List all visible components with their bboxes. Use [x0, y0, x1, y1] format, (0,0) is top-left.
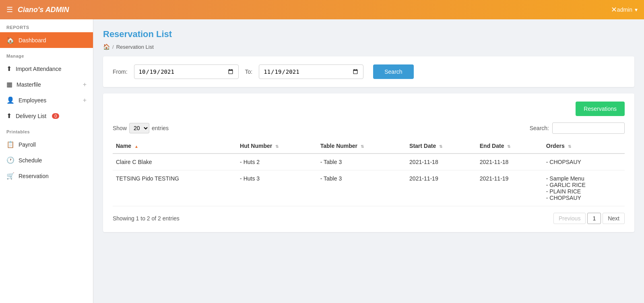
cell-end-date: 2021-11-19 [477, 170, 543, 206]
sidebar: REPORTS 🏠 Dashboard Manage ⬆ Import Atte… [0, 19, 93, 303]
sort-icon: ⇅ [361, 144, 364, 149]
next-page-button[interactable]: Next [603, 213, 625, 224]
sidebar-item-label: Employees [19, 97, 46, 104]
sidebar-item-label: Reservation [19, 173, 49, 179]
brand-logo: Ciano's ADMIN [18, 6, 611, 14]
breadcrumb-separator: / [112, 44, 114, 50]
filter-card: From: To: Search [103, 56, 634, 87]
pagination-bar: Showing 1 to 2 of 2 entries Previous 1 N… [113, 213, 625, 224]
printables-section-label: Printables [0, 124, 93, 137]
to-label: To: [245, 68, 253, 75]
clock-icon: 🕐 [6, 156, 14, 164]
cell-hut-number: - Huts 2 [237, 154, 317, 170]
breadcrumb: 🏠 / Reservation List [103, 44, 634, 50]
sidebar-item-label: Dashboard [19, 37, 46, 44]
col-name[interactable]: Name ▲ [113, 139, 237, 154]
sidebar-item-employees[interactable]: 👤 Employees + [0, 92, 93, 108]
cell-orders: - CHOPSAUY [543, 154, 625, 170]
previous-page-button[interactable]: Previous [553, 213, 586, 224]
search-label: Search: [530, 125, 549, 131]
plus-icon: + [83, 97, 87, 104]
reports-section-label: REPORTS [0, 19, 93, 32]
upload-icon: ⬆ [6, 112, 12, 120]
search-button[interactable]: Search [373, 64, 413, 79]
table-controls: Show 20 10 50 entries Search: [113, 122, 625, 134]
sidebar-item-label: Delivery List [16, 113, 46, 119]
table-search-control: Search: [530, 122, 625, 134]
cell-name: TETSING Pido TESTING [113, 170, 237, 206]
sidebar-item-dashboard[interactable]: 🏠 Dashboard [0, 32, 93, 48]
entries-per-page-select[interactable]: 20 10 50 [129, 123, 149, 133]
breadcrumb-current: Reservation List [116, 44, 154, 50]
page-title: Reservation List [103, 29, 634, 39]
table-header-row: Name ▲ Hut Number ⇅ Table Number ⇅ Sta [113, 139, 625, 154]
list-icon: 📋 [6, 141, 14, 148]
cell-table-number: - Table 3 [317, 154, 406, 170]
cell-name: Claire C Blake [113, 154, 237, 170]
sort-icon: ⇅ [568, 144, 571, 149]
table-row: Claire C Blake - Huts 2 - Table 3 2021-1… [113, 154, 625, 170]
sidebar-item-label: Schedule [19, 157, 42, 164]
sidebar-item-label: Payroll [19, 141, 36, 148]
cart-icon: 🛒 [6, 172, 14, 180]
col-start-date[interactable]: Start Date ⇅ [406, 139, 477, 154]
cell-hut-number: - Huts 3 [237, 170, 317, 206]
home-breadcrumb-icon[interactable]: 🏠 [103, 44, 110, 50]
grid-icon: ▦ [6, 81, 12, 88]
sort-icon: ⇅ [507, 144, 510, 149]
sort-icon: ⇅ [439, 144, 442, 149]
table-top-actions: Reservations [113, 102, 625, 116]
col-orders[interactable]: Orders ⇅ [543, 139, 625, 154]
from-date-input[interactable] [134, 64, 239, 79]
delivery-badge: 0 [52, 113, 59, 119]
close-icon[interactable]: ✕ [611, 5, 617, 14]
sort-icon: ⇅ [275, 144, 279, 149]
cell-orders: - Sample Menu- GARLIC RICE- PLAIN RICE- … [543, 170, 625, 206]
hamburger-icon[interactable]: ☰ [6, 5, 13, 14]
table-card: Reservations Show 20 10 50 entries Searc… [103, 93, 634, 232]
upload-icon: ⬆ [6, 65, 12, 73]
chevron-down-icon: ▾ [635, 6, 638, 13]
reservations-button[interactable]: Reservations [576, 102, 625, 116]
reservations-table: Name ▲ Hut Number ⇅ Table Number ⇅ Sta [113, 139, 625, 206]
admin-label: admin [617, 6, 632, 13]
sidebar-item-label: Masterfile [17, 81, 41, 88]
to-date-input[interactable] [259, 64, 363, 79]
col-end-date[interactable]: End Date ⇅ [477, 139, 543, 154]
cell-start-date: 2021-11-18 [406, 154, 477, 170]
col-hut-number[interactable]: Hut Number ⇅ [237, 139, 317, 154]
manage-section-label: Manage [0, 48, 93, 61]
show-entries-control: Show 20 10 50 entries [113, 123, 169, 133]
sidebar-item-delivery-list[interactable]: ⬆ Delivery List 0 [0, 108, 93, 124]
person-icon: 👤 [6, 96, 14, 104]
sort-asc-icon: ▲ [134, 144, 138, 149]
show-label: Show [113, 125, 127, 131]
cell-end-date: 2021-11-18 [477, 154, 543, 170]
topnav: ☰ Ciano's ADMIN ✕ admin ▾ [0, 0, 644, 19]
cell-table-number: - Table 3 [317, 170, 406, 206]
from-label: From: [113, 68, 128, 75]
sidebar-item-label: Import Attendance [16, 66, 62, 72]
sidebar-item-reservation[interactable]: 🛒 Reservation [0, 168, 93, 184]
layout: REPORTS 🏠 Dashboard Manage ⬆ Import Atte… [0, 19, 644, 303]
sidebar-item-masterfile[interactable]: ▦ Masterfile + [0, 77, 93, 92]
col-table-number[interactable]: Table Number ⇅ [317, 139, 406, 154]
main-content: Reservation List 🏠 / Reservation List Fr… [93, 19, 644, 303]
page-1-button[interactable]: 1 [587, 213, 601, 224]
table-search-input[interactable] [552, 122, 625, 134]
entries-label: entries [152, 125, 169, 131]
table-row: TETSING Pido TESTING - Huts 3 - Table 3 … [113, 170, 625, 206]
cell-start-date: 2021-11-19 [406, 170, 477, 206]
plus-icon: + [83, 81, 87, 88]
sidebar-item-schedule[interactable]: 🕐 Schedule [0, 152, 93, 168]
admin-menu[interactable]: admin ▾ [617, 6, 638, 13]
sidebar-item-payroll[interactable]: 📋 Payroll [0, 137, 93, 152]
home-icon: 🏠 [6, 36, 14, 44]
pagination-controls: Previous 1 Next [553, 213, 625, 224]
sidebar-item-import-attendance[interactable]: ⬆ Import Attendance [0, 61, 93, 77]
showing-text: Showing 1 to 2 of 2 entries [113, 215, 180, 222]
